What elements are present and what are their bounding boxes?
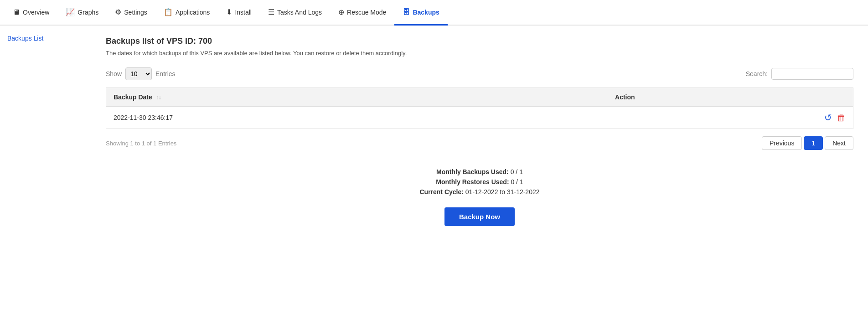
page-1-button[interactable]: 1	[804, 136, 823, 150]
show-entries-control: Show 10 25 50 100 Entries	[106, 67, 176, 80]
col-action: Action	[608, 88, 853, 107]
col-action-label: Action	[615, 93, 635, 101]
show-label: Show	[106, 70, 122, 77]
nav-bar: 🖥 Overview 📈 Graphs ⚙ Settings 📋 Applica…	[0, 0, 868, 26]
search-label: Search:	[746, 70, 768, 77]
monthly-backups-used: Monthly Backups Used: 0 / 1	[106, 168, 853, 175]
gear-icon: ⚙	[115, 8, 121, 16]
pagination-row: Showing 1 to 1 of 1 Entries Previous 1 N…	[106, 136, 853, 150]
col-backup-date[interactable]: Backup Date ↑↓	[106, 88, 608, 107]
table-header-row: Backup Date ↑↓ Action	[106, 88, 853, 107]
delete-button[interactable]: 🗑	[837, 113, 846, 123]
search-control: Search:	[746, 68, 853, 80]
sort-icon: ↑↓	[156, 94, 161, 101]
page-description: The dates for which backups of this VPS …	[106, 50, 853, 57]
nav-item-settings[interactable]: ⚙ Settings	[107, 0, 155, 26]
sidebar: Backups List	[0, 26, 91, 335]
backups-icon: 🗄	[403, 8, 410, 16]
nav-item-graphs[interactable]: 📈 Graphs	[57, 0, 107, 26]
nav-label-rescue-mode: Rescue Mode	[347, 9, 386, 16]
install-icon: ⬇	[226, 8, 232, 16]
current-cycle: Current Cycle: 01-12-2022 to 31-12-2022	[106, 188, 853, 196]
page-title: Backups list of VPS ID: 700	[106, 36, 853, 46]
showing-text: Showing 1 to 1 of 1 Entries	[106, 140, 176, 147]
entries-select[interactable]: 10 25 50 100	[125, 67, 152, 80]
nav-label-graphs: Graphs	[78, 9, 98, 16]
cell-action: ↺ 🗑	[608, 107, 853, 129]
nav-item-tasks-and-logs[interactable]: ☰ Tasks And Logs	[260, 0, 330, 26]
rescue-icon: ⊕	[338, 8, 344, 16]
main-content: Backups list of VPS ID: 700 The dates fo…	[91, 26, 868, 335]
nav-item-overview[interactable]: 🖥 Overview	[5, 0, 57, 26]
search-input[interactable]	[771, 68, 853, 80]
nav-label-overview: Overview	[23, 9, 49, 16]
table-controls: Show 10 25 50 100 Entries Search:	[106, 67, 853, 80]
next-button[interactable]: Next	[825, 136, 853, 150]
tasks-icon: ☰	[268, 8, 274, 16]
graphs-icon: 📈	[66, 8, 75, 16]
sidebar-item-backups-list[interactable]: Backups List	[7, 35, 43, 42]
monthly-backups-used-label: Monthly Backups Used:	[436, 168, 509, 175]
cell-backup-date: 2022-11-30 23:46:17	[106, 107, 608, 129]
restore-button[interactable]: ↺	[824, 112, 832, 123]
previous-button[interactable]: Previous	[762, 136, 802, 150]
monthly-restores-used-label: Monthly Restores Used:	[436, 178, 509, 186]
nav-label-backups: Backups	[413, 9, 439, 16]
backups-table: Backup Date ↑↓ Action 2022-11-30 23:46:1…	[106, 88, 853, 129]
col-backup-date-label: Backup Date	[114, 93, 152, 101]
nav-item-install[interactable]: ⬇ Install	[218, 0, 260, 26]
monitor-icon: 🖥	[13, 8, 20, 16]
nav-item-rescue-mode[interactable]: ⊕ Rescue Mode	[330, 0, 394, 26]
stats-section: Monthly Backups Used: 0 / 1 Monthly Rest…	[106, 168, 853, 226]
nav-label-settings: Settings	[124, 9, 147, 16]
pagination-buttons: Previous 1 Next	[762, 136, 853, 150]
nav-label-tasks-and-logs: Tasks And Logs	[277, 9, 322, 16]
entries-label: Entries	[155, 70, 176, 77]
nav-label-applications: Applications	[176, 9, 210, 16]
backup-now-button[interactable]: Backup Now	[444, 207, 515, 226]
nav-item-applications[interactable]: 📋 Applications	[155, 0, 218, 26]
table-row: 2022-11-30 23:46:17 ↺ 🗑	[106, 107, 853, 129]
nav-item-backups[interactable]: 🗄 Backups	[394, 0, 447, 26]
current-cycle-label: Current Cycle:	[419, 188, 463, 196]
applications-icon: 📋	[164, 8, 173, 16]
nav-label-install: Install	[235, 9, 252, 16]
monthly-restores-used: Monthly Restores Used: 0 / 1	[106, 178, 853, 186]
